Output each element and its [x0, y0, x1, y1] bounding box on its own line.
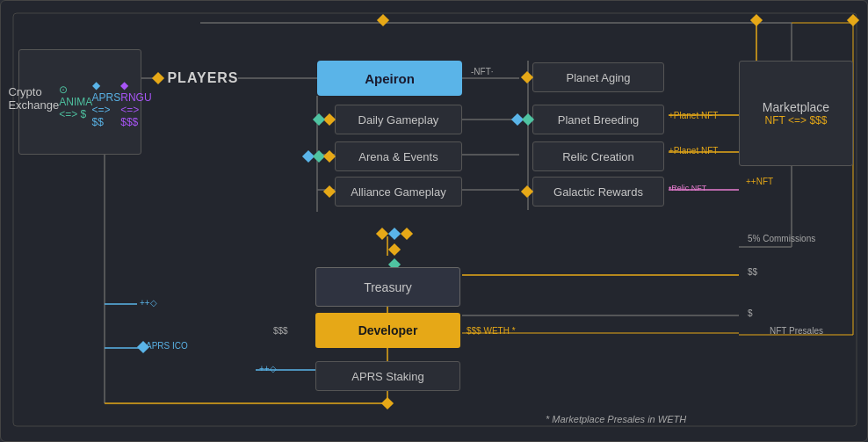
commissions-label: 5% Commissions [748, 234, 815, 243]
relic-nft-label: •Relic NFT [669, 184, 706, 192]
galactic-rewards-node: Galactic Rewards [532, 177, 664, 207]
aprs-ico-label: APRS ICO [146, 341, 188, 351]
dollar-dollar-label: $$ [748, 267, 757, 277]
players-node: PLAYERS [163, 61, 242, 96]
marketplace-node: Marketplace NFT <=> $$$ [739, 61, 853, 166]
diamond-mid2 [388, 228, 401, 240]
planet-nft-label2: +Planet NFT [669, 146, 718, 156]
diamond-top-far-right [847, 14, 859, 26]
diamond-players-left [152, 72, 164, 84]
diamond-galactic [521, 185, 533, 198]
crypto-exchange-title: Crypto Exchange [8, 85, 59, 112]
apeiron-node[interactable]: Apeiron [317, 61, 462, 96]
planet-aging-node: Planet Aging [532, 62, 664, 92]
diamond-daily2 [313, 113, 325, 126]
aprs-staking-node: APRS Staking [315, 361, 460, 391]
rngu-item: ◆ RNGU <=> $$$ [120, 79, 151, 128]
diamond-bottom [381, 397, 394, 409]
pp-diamond-staking: ++◇ [259, 364, 277, 373]
marketplace-subtitle: NFT <=> $$$ [765, 114, 828, 127]
crypto-exchange-node: Crypto Exchange ⊙ ANIMA <=> $ ◆ APRS <=>… [18, 49, 141, 155]
pp-nft-label: ++NFT [746, 177, 773, 186]
diamond-mid4 [388, 243, 401, 256]
diamond-planet-aging [521, 71, 533, 83]
nft-label: -NFT· [471, 67, 494, 76]
daily-gameplay-node: Daily Gameplay [335, 105, 462, 134]
diamond-top-center [377, 14, 389, 26]
aprs-item: ◆ APRS <=> $$ [92, 79, 121, 128]
diamond-mid1 [376, 228, 388, 240]
nft-presales-label: NFT Presales [770, 326, 823, 336]
weth-label: $$$ WETH * [467, 326, 516, 336]
sss-label: $$$ [273, 326, 288, 336]
dollar-label: $ [748, 308, 753, 318]
arena-events-node: Arena & Events [335, 141, 462, 171]
diamond-top-right [750, 14, 763, 26]
planet-breeding-node: Planet Breeding [532, 105, 664, 134]
diamond-mid3 [401, 228, 413, 240]
diamond-alliance [323, 185, 336, 198]
diagram-container: PLAYERS Apeiron Daily Gameplay Arena & E… [0, 0, 868, 442]
footnote: * Marketplace Presales in WETH [546, 414, 686, 424]
diamond-arena3 [323, 150, 336, 163]
planet-nft-label1: +Planet NFT [669, 111, 718, 120]
marketplace-title: Marketplace [763, 100, 829, 114]
relic-creation-node: Relic Creation [532, 141, 664, 171]
alliance-gameplay-node: Alliance Gameplay [335, 177, 462, 207]
treasury-node: Treasury [315, 267, 460, 307]
anima-item: ⊙ ANIMA <=> $ [59, 83, 91, 120]
developer-node[interactable]: Developer [315, 313, 460, 348]
pp-diamond-crypto: ++◇ [140, 298, 157, 308]
